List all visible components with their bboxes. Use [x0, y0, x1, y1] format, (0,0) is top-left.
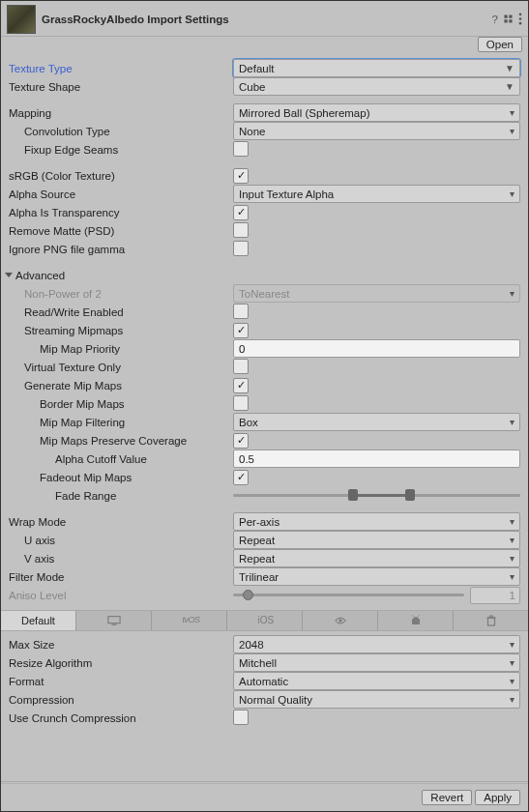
svg-rect-4 [111, 624, 116, 625]
tab-uwp[interactable] [454, 611, 528, 630]
label-crunch: Use Crunch Compression [9, 712, 233, 724]
label-filter-mode: Filter Mode [9, 571, 233, 583]
dropdown-compression-value: Normal Quality [239, 694, 312, 706]
chevron-down-icon: ▾ [510, 657, 514, 668]
tab-android[interactable] [378, 611, 454, 630]
dropdown-resize-algo-value: Mitchell [239, 657, 277, 669]
help-icon[interactable]: ? [492, 14, 498, 25]
dropdown-texture-shape[interactable]: Cube ▼ [233, 77, 520, 96]
slider-fade-range[interactable] [233, 487, 520, 504]
dropdown-alpha-source[interactable]: Input Texture Alpha ▾ [233, 185, 520, 203]
trash-icon [485, 615, 498, 626]
inspector-body: Texture Type Default ▼ Texture Shape Cub… [1, 57, 528, 727]
dropdown-v-axis-value: Repeat [239, 553, 275, 565]
presets-icon[interactable] [502, 13, 514, 27]
dropdown-mip-filter-value: Box [239, 417, 258, 428]
label-v-axis: V axis [9, 553, 233, 565]
checkbox-streaming[interactable]: ✓ [233, 323, 249, 338]
svg-line-7 [412, 616, 413, 617]
chevron-down-icon: ▾ [510, 417, 514, 427]
label-texture-type: Texture Type [9, 63, 233, 74]
checkbox-vt-only[interactable] [233, 359, 249, 374]
dropdown-wrap-mode-value: Per-axis [239, 516, 279, 528]
label-border-mips: Border Mip Maps [9, 398, 233, 410]
dropdown-convolution-value: None [239, 126, 266, 137]
dropdown-v-axis[interactable]: Repeat▾ [233, 549, 520, 567]
tab-tvos[interactable]: tvOS [152, 611, 227, 630]
chevron-down-icon: ▾ [510, 107, 514, 118]
slider-aniso[interactable] [233, 594, 464, 596]
svg-rect-6 [412, 619, 420, 624]
label-fade-range: Fade Range [9, 490, 233, 502]
label-alpha-transparency: Alpha Is Transparency [9, 207, 233, 218]
input-alpha-cutoff-value: 0.5 [239, 453, 254, 465]
svg-line-8 [418, 616, 419, 617]
menu-icon[interactable] [518, 13, 522, 27]
label-rw: Read/Write Enabled [9, 306, 233, 318]
dropdown-mip-filter[interactable]: Box ▾ [233, 413, 520, 431]
dropdown-format[interactable]: Automatic▾ [233, 672, 520, 690]
dropdown-max-size-value: 2048 [239, 639, 264, 651]
checkbox-fadeout[interactable]: ✓ [233, 470, 249, 485]
tab-ios[interactable]: iOS [227, 611, 303, 630]
label-advanced: Advanced [15, 270, 65, 281]
ios-icon: iOS [258, 615, 272, 626]
label-mip-filter: Mip Map Filtering [9, 417, 233, 428]
label-compression: Compression [9, 694, 233, 706]
chevron-down-icon: ▾ [510, 639, 514, 650]
dropdown-mapping[interactable]: Mirrored Ball (Spheremap) ▾ [233, 103, 520, 122]
dropdown-wrap-mode[interactable]: Per-axis▾ [233, 512, 520, 531]
label-alpha-source: Alpha Source [9, 188, 233, 200]
checkbox-fixup[interactable] [233, 141, 249, 157]
checkbox-rw[interactable] [233, 304, 249, 319]
dropdown-filter-mode[interactable]: Trilinear▾ [233, 567, 520, 586]
dropdown-u-axis[interactable]: Repeat▾ [233, 531, 520, 549]
checkbox-remove-matte[interactable] [233, 222, 249, 238]
checkbox-alpha-transparency[interactable]: ✓ [233, 205, 249, 220]
input-aniso-value[interactable]: 1 [470, 587, 520, 604]
svg-point-0 [519, 13, 522, 15]
svg-point-1 [519, 17, 522, 20]
checkbox-border-mips[interactable] [233, 395, 249, 411]
chevron-down-icon: ▾ [510, 188, 514, 199]
label-resize-algo: Resize Algorithm [9, 657, 233, 669]
checkbox-preserve-cov[interactable]: ✓ [233, 433, 249, 449]
inspector-window: GrassRockyAlbedo Import Settings ? Open … [0, 0, 529, 812]
label-wrap-mode: Wrap Mode [9, 516, 233, 528]
input-mip-priority-value: 0 [239, 343, 245, 355]
chevron-down-icon: ▼ [505, 63, 514, 73]
dropdown-u-axis-value: Repeat [239, 535, 275, 546]
dropdown-resize-algo[interactable]: Mitchell▾ [233, 653, 520, 672]
checkbox-ignore-png[interactable] [233, 241, 249, 256]
dropdown-np2-value: ToNearest [239, 288, 289, 300]
checkbox-srgb[interactable]: ✓ [233, 168, 249, 184]
dropdown-convolution[interactable]: None ▾ [233, 122, 520, 140]
inspector-title: GrassRockyAlbedo Import Settings [42, 14, 486, 25]
dropdown-texture-shape-value: Cube [239, 81, 266, 93]
input-alpha-cutoff[interactable]: 0.5 [233, 450, 520, 468]
dropdown-compression[interactable]: Normal Quality▾ [233, 690, 520, 709]
platform-tabs: Default tvOS iOS [1, 610, 528, 631]
tab-webgl[interactable] [303, 611, 378, 630]
apply-button[interactable]: Apply [475, 790, 520, 805]
checkbox-gen-mips[interactable]: ✓ [233, 378, 249, 393]
monitor-icon [107, 615, 121, 626]
label-texture-shape: Texture Shape [9, 81, 233, 93]
revert-button[interactable]: Revert [422, 790, 472, 805]
chevron-down-icon: ▼ [505, 81, 514, 92]
chevron-down-icon: ▾ [510, 516, 514, 527]
checkbox-crunch[interactable] [233, 710, 249, 725]
input-mip-priority[interactable]: 0 [233, 339, 520, 358]
chevron-down-icon: ▾ [510, 571, 514, 582]
open-button[interactable]: Open [478, 37, 522, 52]
tab-default[interactable]: Default [1, 611, 76, 630]
label-preserve-cov: Mip Maps Preserve Coverage [9, 435, 233, 447]
tab-pc[interactable] [76, 611, 152, 630]
chevron-down-icon: ▾ [510, 288, 514, 299]
dropdown-texture-type[interactable]: Default ▼ [233, 59, 520, 77]
chevron-down-icon: ▾ [510, 553, 514, 564]
foldout-advanced[interactable]: Advanced [9, 266, 520, 284]
dropdown-filter-mode-value: Trilinear [239, 571, 279, 583]
dropdown-max-size[interactable]: 2048▾ [233, 635, 520, 653]
label-remove-matte: Remove Matte (PSD) [9, 225, 233, 237]
